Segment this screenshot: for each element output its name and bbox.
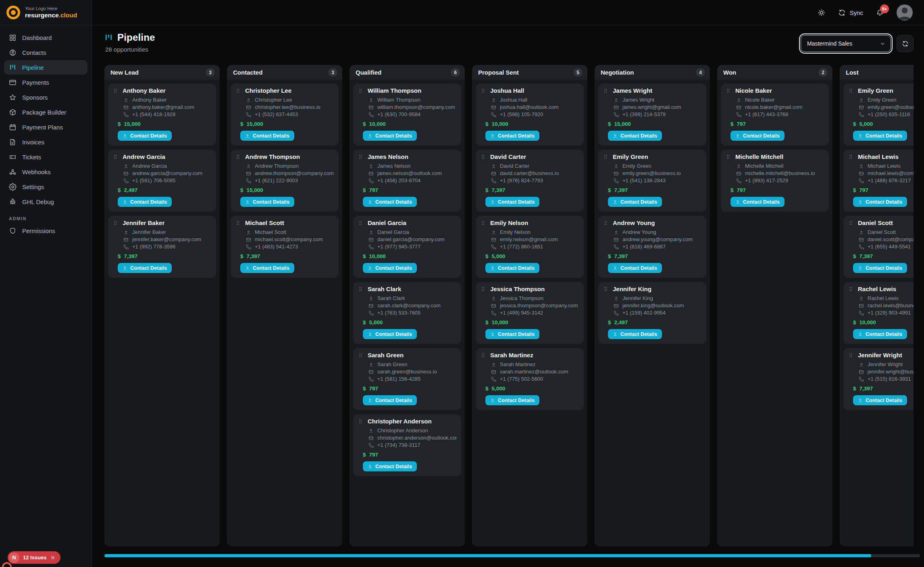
opportunity-card-new-lead-1[interactable]: Andrew GarciaAndrew Garciaandrew.garcia@… [108,150,216,212]
opportunity-card-lost-4[interactable]: Jennifer WrightJennifer Wrightjennifer.w… [843,348,914,410]
opportunity-card-negotiation-3[interactable]: Jennifer KingJennifer Kingjennifer.king@… [598,282,706,344]
sidebar-item-permissions[interactable]: Permissions [4,223,87,238]
opportunity-card-qualified-3[interactable]: Sarah ClarkSarah Clarksarah.clark@compan… [353,282,461,344]
opportunity-card-lost-1[interactable]: Michael LewisMichael Lewismichael.lewis@… [843,150,914,212]
opportunity-card-proposal-sent-3[interactable]: Jessica ThompsonJessica Thompsonjessica.… [476,282,584,344]
close-icon[interactable] [50,555,55,560]
sidebar-item-invoices[interactable]: Invoices [4,135,87,149]
contact-details-button[interactable]: Contact Details [730,197,785,207]
opportunity-card-new-lead-0[interactable]: Anthony BakerAnthony Bakeranthony.baker@… [108,83,216,146]
contact-details-button[interactable]: Contact Details [363,263,417,273]
brand-tagline: Your Logo Here [25,6,77,11]
contact-details-button[interactable]: Contact Details [363,395,417,405]
opportunity-card-proposal-sent-2[interactable]: Emily NelsonEmily Nelsonemily.nelson@gma… [476,216,584,278]
phone-icon [491,112,496,117]
contact-details-button[interactable]: Contact Details [363,197,417,207]
contact-details-button[interactable]: Contact Details [853,197,907,207]
user-avatar[interactable] [897,4,913,21]
contact-phone: +1 (598) 105-7920 [500,111,543,118]
opportunity-card-won-1[interactable]: Michelle MitchellMichelle Mitchellmichel… [721,150,829,212]
contact-details-button[interactable]: Contact Details [730,131,785,141]
grip-icon [481,220,486,226]
contact-email-row: nicole.baker@gmail.com [736,104,824,111]
opportunity-card-negotiation-0[interactable]: James WrightJames Wrightjames.wright@gma… [598,83,706,146]
opportunity-card-qualified-1[interactable]: James NelsonJames Nelsonjames.nelson@out… [353,150,461,212]
sidebar-item-sponsors[interactable]: Sponsors [4,90,87,104]
contact-details-button[interactable]: Contact Details [608,263,662,273]
contact-details-button[interactable]: Contact Details [485,131,539,141]
scrollbar-thumb[interactable] [104,554,871,557]
amount-value: 10,000 [492,319,508,325]
sidebar-item-settings[interactable]: Settings [4,179,87,194]
opportunity-card-contacted-0[interactable]: Christopher LeeChristopher Leechristophe… [231,83,339,146]
sidebar-item-dashboard[interactable]: Dashboard [4,30,87,45]
sidebar-item-package-builder[interactable]: Package Builder [4,105,87,119]
opportunity-card-qualified-4[interactable]: Sarah GreenSarah Greensarah.green@busine… [353,348,461,410]
contact-details-button[interactable]: Contact Details [240,197,294,207]
contact-details-button[interactable]: Contact Details [240,131,294,141]
contact-details-button[interactable]: Contact Details [118,197,172,207]
opportunity-card-won-0[interactable]: Nicole BakerNicole Bakernicole.baker@gma… [721,83,829,146]
opportunity-card-new-lead-2[interactable]: Jennifer BakerJennifer Bakerjennifer.bak… [108,216,216,278]
user-icon [491,164,496,169]
user-icon [368,164,374,169]
opportunity-card-lost-2[interactable]: Daniel ScottDaniel Scottdaniel.scott@com… [843,216,914,278]
sidebar-item-contacts[interactable]: Contacts [4,45,87,60]
pipeline-select[interactable]: Mastermind Sales [801,35,891,52]
contact-details-button[interactable]: Contact Details [363,131,417,141]
dollar-icon: $ [363,253,366,259]
contact-details-button[interactable]: Contact Details [853,263,907,273]
contact-details-label: Contact Details [866,133,902,139]
contact-details-button[interactable]: Contact Details [608,329,662,339]
sidebar-item-webhooks[interactable]: Webhooks [4,165,87,179]
card-title: Sarah Green [368,352,404,359]
opportunity-card-lost-3[interactable]: Rachel LewisRachel Lewisrachel.lewis@bus… [843,282,914,344]
sidebar-item-tickets[interactable]: Tickets [4,150,87,164]
opportunity-card-negotiation-2[interactable]: Andrew YoungAndrew Youngandrew.young@com… [598,216,706,278]
contact-details-button[interactable]: Contact Details [608,131,662,141]
horizontal-scrollbar[interactable] [104,554,920,557]
column-title: New Lead [110,69,139,76]
contact-name: Nicole Baker [745,96,775,104]
contact-details-button[interactable]: Contact Details [118,263,172,273]
contact-details-button[interactable]: Contact Details [363,329,417,339]
contact-details-button[interactable]: Contact Details [363,461,417,471]
opportunity-value: $7,397 [608,187,701,193]
opportunity-card-contacted-2[interactable]: Michael ScottMichael Scottmichael.scott@… [231,216,339,278]
contact-details-button[interactable]: Contact Details [608,197,662,207]
sidebar-item-ghl-debug[interactable]: GHL Debug [4,194,87,209]
opportunity-card-qualified-0[interactable]: William ThompsonWilliam Thompsonwilliam.… [353,83,461,146]
notifications-button[interactable]: 9+ [876,9,884,17]
contact-details-button[interactable]: Contact Details [485,263,539,273]
opportunity-card-negotiation-1[interactable]: Emily GreenEmily Greenemily.green@busine… [598,150,706,212]
sidebar-item-payment-plans[interactable]: Payment Plans [4,120,87,134]
opportunity-card-lost-0[interactable]: Emily GreenEmily Greenemily.green@outloo… [843,83,914,146]
contact-details-button[interactable]: Contact Details [853,329,907,339]
contact-phone-row: +1 (772) 860-1651 [491,243,579,250]
contact-details-button[interactable]: Contact Details [853,131,907,141]
opportunity-card-qualified-2[interactable]: Daniel GarciaDaniel Garciadaniel.garcia@… [353,216,461,278]
sidebar-item-payments[interactable]: Payments [4,75,87,90]
opportunity-card-qualified-5[interactable]: Christopher AndersonChristopher Anderson… [353,414,461,476]
contact-details-button[interactable]: Contact Details [240,263,294,273]
theme-toggle-button[interactable] [818,9,825,17]
contact-details-button[interactable]: Contact Details [118,131,172,141]
opportunity-card-proposal-sent-0[interactable]: Joshua HallJoshua Halljoshua.hall@outloo… [476,83,584,146]
contact-email: emily.green@business.io [622,170,681,177]
contact-email-row: james.nelson@outlook.com [368,170,456,177]
contact-phone: +1 (488) 876-3217 [868,177,911,184]
opportunity-card-proposal-sent-4[interactable]: Sarah MartinezSarah Martinezsarah.martin… [476,348,584,410]
star-icon [9,94,17,101]
contact-details-button[interactable]: Contact Details [485,197,539,207]
sidebar-item-pipeline[interactable]: Pipeline [4,60,87,75]
contact-details-button[interactable]: Contact Details [485,329,539,339]
contact-details-button[interactable]: Contact Details [485,395,539,405]
contact-details-button[interactable]: Contact Details [853,395,907,405]
refresh-button[interactable] [897,35,914,52]
sync-button[interactable]: Sync [838,9,863,17]
opportunity-card-proposal-sent-1[interactable]: David CarterDavid Carterdavid.carter@bus… [476,150,584,212]
dev-issues-badge[interactable]: N 12 Issues [8,551,60,564]
opportunity-card-contacted-1[interactable]: Andrew ThompsonAndrew Thompsonandrew.tho… [231,150,339,212]
contact-email-row: andrew.young@company.com [614,236,701,243]
contact-phone: +1 (617) 443-3768 [745,111,788,118]
